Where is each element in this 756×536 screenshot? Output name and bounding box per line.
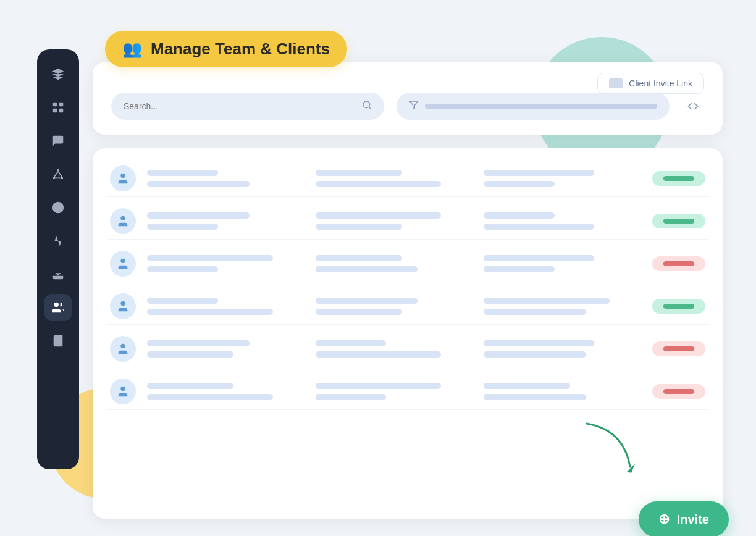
col2-bar2 [316,266,418,272]
detail-bar [147,224,218,230]
col3-bar2 [484,224,594,230]
badge-bar [663,219,694,224]
col2-bar1 [316,383,442,389]
sidebar-item-messages[interactable] [44,127,72,154]
filter-box [397,93,670,120]
svg-line-14 [369,107,371,109]
col3-bar2 [484,309,586,315]
row-col3 [484,212,641,230]
code-toggle[interactable] [682,100,704,112]
row-name-col [147,255,304,272]
sidebar-item-library[interactable] [44,327,72,354]
svg-line-7 [54,171,58,177]
detail-bar [147,181,250,187]
badge-bar [663,261,694,266]
row-name-col [147,170,304,187]
status-badge[interactable] [652,256,705,271]
col2-bar2 [316,181,442,187]
row-name-col [147,298,304,315]
detail-bar [147,394,273,400]
link-icon [609,78,623,88]
svg-marker-15 [410,101,418,109]
row-col3 [484,298,641,315]
name-bar [147,340,250,346]
col2-bar2 [316,309,402,315]
svg-point-13 [363,101,370,108]
status-badge[interactable] [652,171,705,186]
col3-bar1 [484,383,570,389]
sidebar-item-download[interactable] [44,261,72,288]
col3-bar1 [484,340,594,346]
sidebar-item-dashboard[interactable] [44,94,72,121]
client-invite-link[interactable]: Client Invite Link [597,73,704,94]
col2-bar1 [316,170,402,176]
badge-bar [663,176,694,181]
sidebar-item-network[interactable] [44,161,72,188]
team-icon: 👥 [122,40,142,59]
sidebar-item-navigation[interactable] [44,61,72,88]
svg-rect-3 [59,109,63,112]
invite-label: Invite [677,513,709,527]
avatar [110,251,136,277]
col3-bar2 [484,266,555,272]
sidebar-item-team[interactable] [44,294,72,321]
invite-button[interactable]: ⊕ Invite [639,501,729,536]
name-bar [147,298,218,304]
search-icon [362,100,372,112]
page-title: Manage Team & Clients [151,40,330,59]
detail-bar [147,266,218,272]
sidebar-item-analytics[interactable] [44,227,72,254]
row-col2 [316,383,473,400]
invite-plus-icon: ⊕ [658,511,670,527]
header-pill: 👥 Manage Team & Clients [105,31,347,67]
avatar [110,208,136,234]
status-badge[interactable] [652,299,705,314]
col3-bar2 [484,394,586,400]
svg-point-21 [120,387,125,391]
detail-bar [147,309,273,315]
row-name-col [147,383,304,400]
row-name-col [147,212,304,230]
row-col2 [316,340,473,358]
filter-icon [409,100,419,112]
svg-point-18 [120,259,125,263]
avatar [110,165,136,191]
row-col2 [316,298,473,315]
row-col3 [484,340,641,358]
table-row [107,161,708,197]
table-row [107,203,708,240]
col2-bar2 [316,351,442,358]
svg-rect-0 [53,103,57,106]
svg-point-12 [54,303,59,307]
main-content: 👥 Manage Team & Clients Client Invite Li… [93,31,723,525]
col3-bar1 [484,170,594,176]
svg-rect-1 [59,103,63,106]
col2-bar1 [316,212,442,219]
badge-bar [663,346,694,351]
status-badge[interactable] [652,384,705,399]
svg-rect-2 [53,109,57,112]
avatar [110,336,136,362]
table-row [107,246,708,282]
svg-point-19 [120,301,125,306]
status-badge[interactable] [652,341,705,356]
table-row [107,288,708,325]
sidebar-item-support[interactable] [44,194,72,221]
svg-point-4 [57,169,59,172]
row-col2 [316,170,473,187]
svg-marker-22 [627,464,635,473]
col3-bar1 [484,255,594,261]
col3-bar1 [484,298,610,304]
row-col2 [316,255,473,272]
col3-bar2 [484,181,555,187]
row-col3 [484,383,641,400]
name-bar [147,255,273,261]
status-badge[interactable] [652,214,705,228]
badge-bar [663,389,694,394]
col2-bar2 [316,394,387,400]
search-input[interactable] [124,101,356,111]
svg-point-17 [120,216,125,220]
search-panel: Client Invite Link [93,62,723,135]
row-name-col [147,340,304,358]
svg-point-20 [120,344,125,348]
